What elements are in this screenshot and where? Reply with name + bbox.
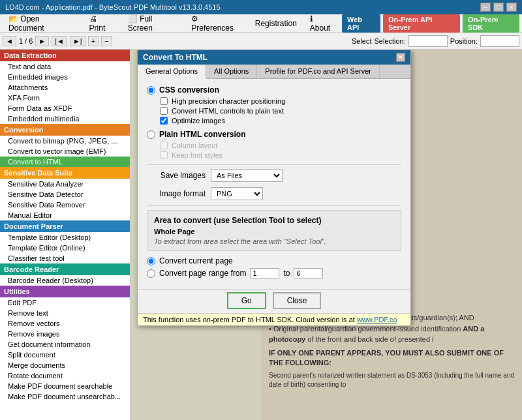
sidebar-item-split-document[interactable]: Split document xyxy=(0,350,130,360)
modal-close-x-button[interactable]: ✕ xyxy=(396,53,405,62)
sidebar-item-xfa-form[interactable]: XFA Form xyxy=(0,93,130,103)
maximize-button[interactable]: □ xyxy=(493,3,504,12)
section-data-extraction[interactable]: Data Extraction xyxy=(0,50,130,61)
sidebar-item-remove-vectors[interactable]: Remove vectors xyxy=(0,318,130,329)
tab-all-options[interactable]: All Options xyxy=(206,65,257,78)
menu-registration[interactable]: Registration xyxy=(249,17,303,30)
toolbar: ◄ 1 / 6 ► |◄ ►| + − Select Selection: Po… xyxy=(0,33,522,50)
section-sensitive-data[interactable]: Sensitive Data Suite xyxy=(0,167,130,179)
sidebar-item-get-doc-info[interactable]: Get document information xyxy=(0,339,130,350)
sidebar-item-text-and-data[interactable]: Text and data xyxy=(0,61,130,72)
save-images-label: Save images xyxy=(147,171,206,180)
area-to-convert-section: Area to convert (use Selection Tool to s… xyxy=(147,210,401,251)
save-images-select[interactable]: As Files Embedded None xyxy=(211,169,283,182)
section-utilities[interactable]: Utilities xyxy=(0,286,130,297)
sidebar-item-attachments[interactable]: Attachments xyxy=(0,82,130,93)
image-format-label: Image format xyxy=(147,189,206,198)
area-note: To extract from area select the area wit… xyxy=(154,237,394,245)
page-range-from-input[interactable] xyxy=(250,268,279,278)
sidebar-item-convert-html[interactable]: Convert to HTML xyxy=(0,157,130,167)
column-layout-checkbox xyxy=(160,142,168,149)
close-button[interactable]: ✕ xyxy=(506,3,517,12)
zoom-in-button[interactable]: + xyxy=(88,36,99,46)
sidebar-item-remove-images[interactable]: Remove images xyxy=(0,329,130,339)
last-page-button[interactable]: ►| xyxy=(70,36,85,46)
sidebar-item-embedded-images[interactable]: Embedded images xyxy=(0,72,130,82)
section-barcode-reader[interactable]: Barcode Reader xyxy=(0,263,130,275)
sidebar-item-convert-bitmap[interactable]: Convert to bitmap (PNG, JPEG, ... xyxy=(0,136,130,146)
first-page-button[interactable]: |◄ xyxy=(52,36,67,46)
modal-footer: Go Close xyxy=(138,289,410,313)
pdf-co-link[interactable]: www.PDF.co xyxy=(357,316,397,323)
plain-html-group: Plain HTML conversion Column layout Keep… xyxy=(147,130,401,159)
next-page-button[interactable]: ► xyxy=(35,36,49,46)
menu-about[interactable]: ℹ About xyxy=(304,12,341,35)
sidebar-item-rotate-document[interactable]: Rotate document xyxy=(0,370,130,381)
css-conversion-radio[interactable] xyxy=(147,86,155,95)
sidebar-item-sensitive-detector[interactable]: Sensitive Data Detector xyxy=(0,189,130,200)
close-button[interactable]: Close xyxy=(273,292,322,309)
sidebar-item-sensitive-analyzer[interactable]: Sensitive Data Analyzer xyxy=(0,179,130,189)
sidebar-item-classifier[interactable]: Classifier test tool xyxy=(0,253,130,263)
convert-page-range-label[interactable]: Convert page range from to xyxy=(147,268,401,278)
tab-general-options[interactable]: General Options xyxy=(138,65,206,79)
keep-font-styles-option: Keep font styles xyxy=(160,151,401,159)
sidebar-item-form-data[interactable]: Form Data as XFDF xyxy=(0,103,130,113)
menu-preferences[interactable]: ⚙ Preferences xyxy=(185,12,247,35)
convert-page-range-radio[interactable] xyxy=(147,269,155,278)
sidebar-item-remove-text[interactable]: Remove text xyxy=(0,308,130,318)
column-layout-option: Column layout xyxy=(160,142,401,149)
menu-print[interactable]: 🖨 Print xyxy=(84,12,121,35)
sidebar-item-embedded-multimedia[interactable]: Embedded multimedia xyxy=(0,113,130,124)
go-button[interactable]: Go xyxy=(227,292,266,309)
content-area: LICATION TION SHEET FOR YOUR RI D QUESTI… xyxy=(130,50,522,420)
section-conversion[interactable]: Conversion xyxy=(0,124,130,136)
tab-profile[interactable]: Profile for PDF.co and API Server xyxy=(257,65,380,78)
zoom-out-button[interactable]: − xyxy=(101,36,112,46)
optimize-images-option[interactable]: Optimize images xyxy=(160,117,401,125)
sidebar-item-template-online[interactable]: Template Editor (Online) xyxy=(0,243,130,253)
on-prem-api-badge[interactable]: On-Prem API Server xyxy=(383,14,460,33)
sidebar-item-convert-vector[interactable]: Convert to vector image (EMF) xyxy=(0,146,130,157)
on-prem-sdk-badge[interactable]: On-Prem SDK xyxy=(463,14,519,33)
sidebar-item-manual-editor[interactable]: Manual Editor xyxy=(0,210,130,220)
sidebar-item-barcode-desktop[interactable]: Barcode Reader (Desktop) xyxy=(0,275,130,286)
sidebar-item-edit-pdf[interactable]: Edit PDF xyxy=(0,297,130,308)
plain-html-radio-label[interactable]: Plain HTML conversion xyxy=(147,130,401,139)
convert-to-html-dialog: Convert To HTML ✕ General Options All Op… xyxy=(137,50,411,326)
minimize-button[interactable]: ─ xyxy=(480,3,491,12)
convert-controls-checkbox[interactable] xyxy=(160,107,168,115)
menu-full-screen[interactable]: ⬜ Full Screen xyxy=(122,12,184,35)
web-api-badge[interactable]: Web API xyxy=(342,14,380,33)
sidebar-item-merge-documents[interactable]: Merge documents xyxy=(0,360,130,370)
app-title: LO4D.com - Application.pdf - ByteScout P… xyxy=(5,3,221,11)
selection-input[interactable] xyxy=(408,35,448,47)
sidebar-item-sensitive-remover[interactable]: Sensitive Data Remover xyxy=(0,200,130,210)
high-precision-checkbox[interactable] xyxy=(160,97,168,105)
modal-status-bar: This function uses on-prem PDF to HTML S… xyxy=(138,313,410,325)
keep-font-styles-checkbox xyxy=(160,151,168,159)
optimize-images-checkbox[interactable] xyxy=(160,117,168,125)
sidebar-item-template-desktop[interactable]: Template Editor (Desktop) xyxy=(0,232,130,243)
convert-current-page-radio[interactable] xyxy=(147,257,155,265)
modal-tabs: General Options All Options Profile for … xyxy=(138,65,410,79)
selection-label: Selection: xyxy=(374,37,405,45)
sidebar-item-make-searchable[interactable]: Make PDF document searchable xyxy=(0,381,130,391)
plain-html-radio[interactable] xyxy=(147,130,155,139)
image-format-select[interactable]: PNG JPEG BMP xyxy=(211,187,263,200)
window-controls[interactable]: ─ □ ✕ xyxy=(480,3,517,12)
section-document-parser[interactable]: Document Parser xyxy=(0,220,130,232)
css-conversion-radio-label[interactable]: CSS conversion xyxy=(147,85,401,95)
position-input[interactable] xyxy=(480,35,519,47)
css-conversion-group: CSS conversion High precision character … xyxy=(147,85,401,125)
menu-open-document[interactable]: 📂 Open Document xyxy=(3,12,82,35)
position-label: Position: xyxy=(450,37,478,45)
prev-page-button[interactable]: ◄ xyxy=(3,36,16,46)
sidebar-item-make-unsearchable[interactable]: Make PDF document unsearchab... xyxy=(0,391,130,402)
page-range-to-input[interactable] xyxy=(294,268,323,278)
modal-body: CSS conversion High precision character … xyxy=(138,79,410,289)
main-layout: Data Extraction Text and data Embedded i… xyxy=(0,50,522,420)
high-precision-option[interactable]: High precision character positioning xyxy=(160,97,401,105)
convert-current-page-label[interactable]: Convert current page xyxy=(147,256,401,265)
convert-controls-option[interactable]: Convert HTML controls to plain text xyxy=(160,107,401,115)
